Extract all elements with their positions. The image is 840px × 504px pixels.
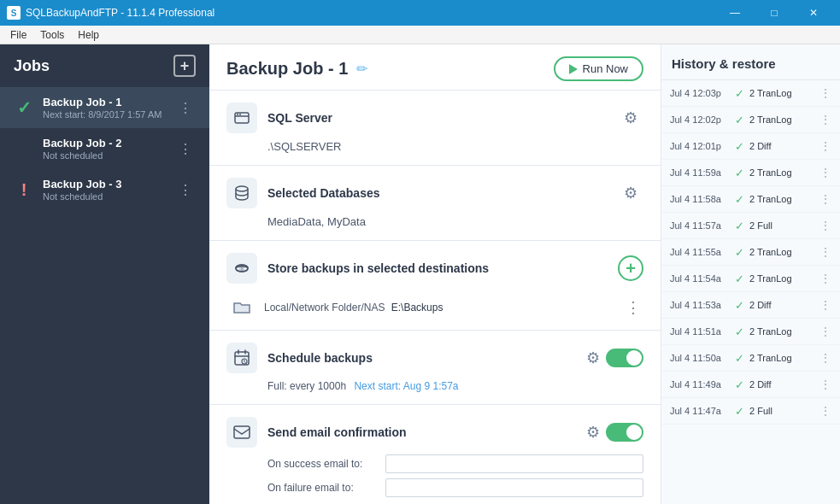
history-item-menu-button[interactable]: ⋮	[819, 404, 831, 418]
schedule-toggle[interactable]	[606, 349, 643, 367]
sql-server-section: SQL Server ⚙ .\SQLSERVER	[209, 91, 661, 166]
failure-email-input[interactable]	[385, 478, 643, 497]
history-item-menu-button[interactable]: ⋮	[819, 113, 831, 126]
job-title: Backup Job - 1	[226, 59, 348, 79]
edit-icon[interactable]: ✏	[356, 61, 367, 77]
close-button[interactable]: ✕	[794, 0, 833, 26]
check-icon: ✓	[735, 220, 744, 232]
job-2-info: Backup Job - 2 Not scheduled	[43, 137, 175, 161]
history-item[interactable]: Jul 4 12:02p ✓ 2 TranLog ⋮	[661, 107, 840, 133]
history-item-menu-button[interactable]: ⋮	[819, 86, 831, 100]
history-item[interactable]: Jul 4 11:51a ✓ 2 TranLog ⋮	[661, 319, 840, 345]
history-item[interactable]: Jul 4 11:58a ✓ 2 TranLog ⋮	[661, 186, 840, 213]
play-icon	[569, 64, 578, 74]
email-toggle[interactable]	[606, 423, 643, 442]
schedule-section: Schedule backups ⚙ Full: every 1000h Nex…	[209, 331, 661, 405]
history-item-menu-button[interactable]: ⋮	[819, 192, 831, 206]
history-item[interactable]: Jul 4 11:49a ✓ 2 Diff ⋮	[661, 372, 840, 398]
history-type: 2 TranLog	[749, 247, 816, 257]
history-item[interactable]: Jul 4 11:47a ✓ 2 Full ⋮	[661, 398, 840, 425]
history-item-menu-button[interactable]: ⋮	[819, 378, 831, 391]
content-scroll[interactable]: SQL Server ⚙ .\SQLSERVER Selected Databa…	[209, 91, 661, 504]
schedule-gear-button[interactable]: ⚙	[580, 345, 606, 371]
run-now-button[interactable]: Run Now	[554, 56, 643, 81]
nas-row: Local/Network Folder/NAS E:\Backups ⋮	[226, 290, 643, 318]
failure-email-row: On failure email to:	[267, 478, 643, 497]
history-item[interactable]: Jul 4 12:01p ✓ 2 Diff ⋮	[661, 133, 840, 160]
job-1-menu-button[interactable]: ⋮	[175, 97, 196, 118]
history-time: Jul 4 11:53a	[670, 300, 731, 310]
history-item-menu-button[interactable]: ⋮	[819, 351, 831, 365]
email-icon	[226, 417, 257, 448]
destinations-label: Store backups in selected destinations	[267, 261, 618, 275]
check-icon: ✓	[735, 273, 744, 285]
schedule-label: Schedule backups	[267, 351, 580, 365]
check-icon: ✓	[735, 193, 744, 206]
destinations-icon	[226, 253, 257, 284]
history-item[interactable]: Jul 4 11:55a ✓ 2 TranLog ⋮	[661, 239, 840, 266]
schedule-header: Schedule backups ⚙	[226, 343, 643, 373]
history-item[interactable]: Jul 4 12:03p ✓ 2 TranLog ⋮	[661, 80, 840, 107]
nas-path: E:\Backups	[391, 302, 443, 314]
job-2-menu-button[interactable]: ⋮	[175, 138, 196, 159]
history-item-menu-button[interactable]: ⋮	[819, 325, 831, 338]
history-type: 2 TranLog	[749, 194, 816, 204]
databases-gear-button[interactable]: ⚙	[618, 180, 643, 206]
email-gear-button[interactable]: ⚙	[580, 419, 606, 445]
job-3-menu-button[interactable]: ⋮	[175, 179, 196, 200]
history-item-menu-button[interactable]: ⋮	[819, 272, 831, 285]
history-item[interactable]: Jul 4 11:57a ✓ 2 Full ⋮	[661, 213, 840, 239]
check-icon: ✓	[735, 378, 744, 391]
history-item[interactable]: Jul 4 11:59a ✓ 2 TranLog ⋮	[661, 160, 840, 186]
check-icon: ✓	[735, 352, 744, 365]
app-icon: S	[7, 6, 21, 20]
history-type: 2 Diff	[749, 379, 816, 390]
schedule-icon	[226, 343, 257, 373]
nas-type: Local/Network Folder/NAS E:\Backups	[264, 302, 616, 314]
maximize-button[interactable]: □	[755, 0, 794, 26]
history-type: 2 TranLog	[749, 353, 816, 363]
job-2-status-icon	[14, 138, 34, 159]
history-item[interactable]: Jul 4 11:53a ✓ 2 Diff ⋮	[661, 292, 840, 319]
history-time: Jul 4 11:55a	[670, 247, 731, 257]
sql-server-gear-button[interactable]: ⚙	[618, 105, 643, 131]
history-item[interactable]: Jul 4 11:50a ✓ 2 TranLog ⋮	[661, 345, 840, 372]
sidebar-header: Jobs +	[0, 44, 209, 87]
history-time: Jul 4 12:03p	[670, 88, 731, 98]
nas-folder-icon	[226, 301, 257, 314]
job-item-2[interactable]: Backup Job - 2 Not scheduled ⋮	[0, 128, 209, 169]
content-area: Backup Job - 1 ✏ Run Now SQL Server ⚙ .\…	[209, 44, 661, 504]
job-2-name: Backup Job - 2	[43, 137, 175, 149]
history-time: Jul 4 11:50a	[670, 353, 731, 363]
sql-server-icon	[226, 103, 257, 133]
job-1-status-icon: ✓	[14, 97, 34, 118]
history-item-menu-button[interactable]: ⋮	[819, 219, 831, 232]
menu-file[interactable]: File	[3, 27, 33, 43]
svg-point-3	[239, 114, 241, 115]
history-panel: History & restore Jul 4 12:03p ✓ 2 TranL…	[661, 44, 840, 504]
check-icon: ✓	[735, 114, 744, 126]
email-form: On success email to: On failure email to…	[267, 454, 643, 504]
job-1-name: Backup Job - 1	[43, 96, 175, 108]
minimize-button[interactable]: —	[715, 0, 755, 26]
add-job-button[interactable]: +	[173, 55, 196, 77]
history-type: 2 Full	[749, 220, 816, 231]
job-item-3[interactable]: ! Backup Job - 3 Not scheduled ⋮	[0, 169, 209, 210]
success-email-input[interactable]	[385, 454, 643, 473]
check-icon: ✓	[735, 299, 744, 312]
databases-label: Selected Databases	[267, 186, 618, 200]
menu-help[interactable]: Help	[71, 27, 106, 43]
history-item-menu-button[interactable]: ⋮	[819, 298, 831, 312]
add-destination-button[interactable]: +	[618, 255, 643, 281]
email-section: Send email confirmation ⚙ On success ema…	[209, 405, 661, 504]
history-item[interactable]: Jul 4 11:54a ✓ 2 TranLog ⋮	[661, 266, 840, 292]
history-item-menu-button[interactable]: ⋮	[819, 245, 831, 259]
job-item-1[interactable]: ✓ Backup Job - 1 Next start: 8/9/2017 1:…	[0, 87, 209, 128]
history-item-menu-button[interactable]: ⋮	[819, 139, 831, 153]
menu-tools[interactable]: Tools	[33, 27, 71, 43]
main-layout: Jobs + ✓ Backup Job - 1 Next start: 8/9/…	[0, 44, 840, 504]
check-icon: ✓	[735, 167, 744, 179]
schedule-next: Next start: Aug 9 1:57a	[354, 380, 458, 392]
nas-menu-button[interactable]: ⋮	[623, 297, 643, 318]
history-item-menu-button[interactable]: ⋮	[819, 166, 831, 179]
